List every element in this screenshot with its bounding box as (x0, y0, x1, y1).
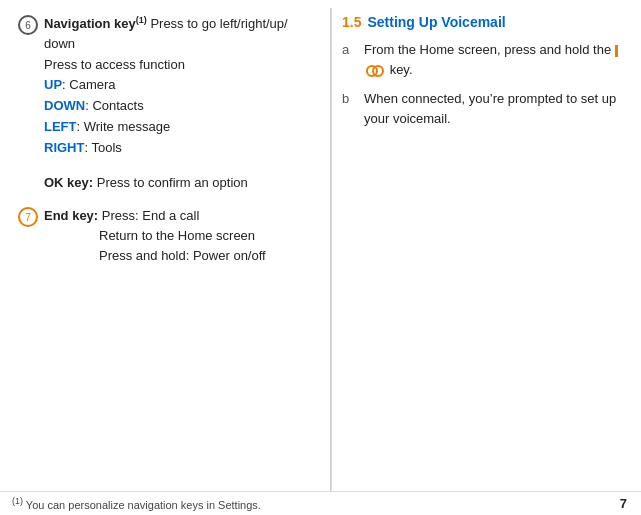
nav-key-content: Navigation key(1) Press to go left/right… (44, 14, 320, 159)
key-vertical-bar-icon (615, 45, 618, 57)
nav-key-colon: Press to go left/right/up/ (150, 16, 287, 31)
nav-key-left-label: LEFT (44, 119, 77, 134)
nav-key-up-label: UP (44, 77, 62, 92)
end-key-content: End key: Press: End a call Return to the… (44, 206, 320, 267)
item-a-text: From the Home screen, press and hold the… (364, 40, 627, 79)
nav-key-right: RIGHT: Tools (44, 138, 320, 159)
nav-key-up: UP: Camera (44, 75, 320, 96)
nav-key-bullet: 6 (18, 15, 38, 35)
nav-key-section: 6 Navigation key(1) Press to go left/rig… (18, 14, 320, 159)
nav-key-lines: down Press to access function UP: Camera… (44, 34, 320, 159)
nav-key-line-down: down (44, 34, 320, 55)
voicemail-icon (366, 65, 384, 75)
left-column: 6 Navigation key(1) Press to go left/rig… (0, 8, 330, 491)
ok-key-section: OK key: Press to confirm an option (44, 173, 320, 193)
footer-note-text: You can personalize navigation keys in S… (26, 499, 261, 511)
end-key-text: Press: End a call (102, 208, 200, 223)
nav-key-line-access: Press to access function (44, 55, 320, 76)
nav-key-down: DOWN: Contacts (44, 96, 320, 117)
item-b-label: b (342, 89, 356, 109)
ok-key-label: OK key: (44, 175, 93, 190)
item-a-label: a (342, 40, 356, 60)
end-key-line2: Return to the Home screen (99, 226, 320, 247)
footer-page-number: 7 (620, 496, 627, 511)
footer-note: (1) You can personalize navigation keys … (12, 496, 620, 511)
nav-key-down-label: DOWN (44, 98, 85, 113)
item-a-text-before: From the Home screen, press and hold the (364, 42, 611, 57)
footer-note-super: (1) (12, 496, 23, 506)
item-b-text: When connected, you’re prompted to set u… (364, 89, 627, 128)
end-key-line3: Press and hold: Power on/off (99, 246, 320, 267)
right-column: 1.5 Setting Up Voicemail a From the Home… (331, 8, 641, 491)
end-key-bullet: 7 (18, 207, 38, 227)
nav-key-title: Navigation key(1) Press to go left/right… (44, 14, 320, 34)
voicemail-item-a: a From the Home screen, press and hold t… (342, 40, 627, 79)
nav-key-right-label: RIGHT (44, 140, 84, 155)
end-key-title: End key: Press: End a call (44, 206, 320, 226)
item-a-text-after: key. (390, 62, 413, 77)
end-key-label: End key: (44, 208, 98, 223)
end-key-lines: Return to the Home screen Press and hold… (44, 226, 320, 268)
ok-key-text: Press to confirm an option (97, 175, 248, 190)
section-number: 1.5 (342, 14, 361, 30)
section-title: Setting Up Voicemail (367, 14, 505, 30)
voicemail-item-b: b When connected, you’re prompted to set… (342, 89, 627, 128)
nav-key-label: Navigation key(1) (44, 16, 147, 31)
section-heading: 1.5 Setting Up Voicemail (342, 14, 627, 30)
nav-key-left: LEFT: Write message (44, 117, 320, 138)
footer: (1) You can personalize navigation keys … (0, 491, 641, 515)
end-key-section: 7 End key: Press: End a call Return to t… (18, 206, 320, 267)
